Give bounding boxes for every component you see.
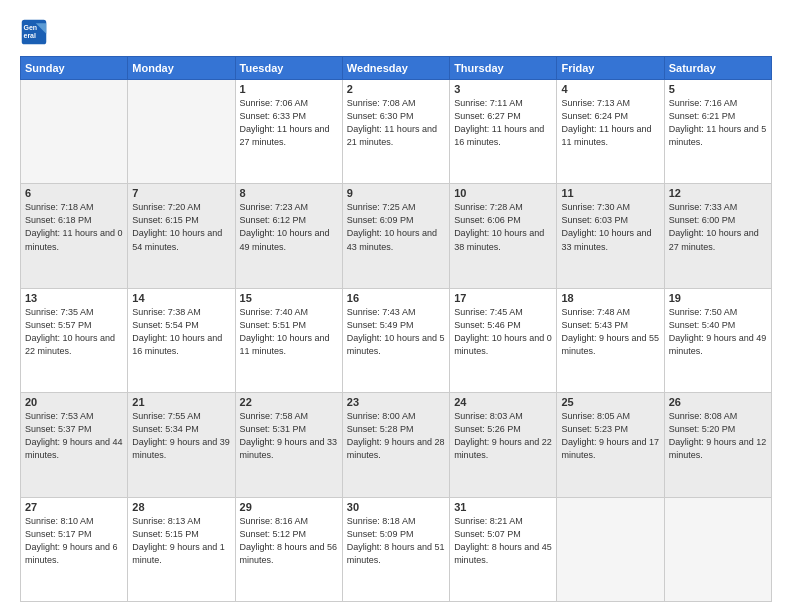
day-info: Sunrise: 7:08 AMSunset: 6:30 PMDaylight:…	[347, 97, 445, 149]
day-info: Sunrise: 8:10 AMSunset: 5:17 PMDaylight:…	[25, 515, 123, 567]
calendar-week-row: 1Sunrise: 7:06 AMSunset: 6:33 PMDaylight…	[21, 80, 772, 184]
calendar-cell: 16Sunrise: 7:43 AMSunset: 5:49 PMDayligh…	[342, 288, 449, 392]
calendar-cell: 29Sunrise: 8:16 AMSunset: 5:12 PMDayligh…	[235, 497, 342, 601]
day-number: 4	[561, 83, 659, 95]
calendar-cell: 6Sunrise: 7:18 AMSunset: 6:18 PMDaylight…	[21, 184, 128, 288]
day-number: 12	[669, 187, 767, 199]
day-info: Sunrise: 7:58 AMSunset: 5:31 PMDaylight:…	[240, 410, 338, 462]
day-header-wednesday: Wednesday	[342, 57, 449, 80]
day-info: Sunrise: 8:18 AMSunset: 5:09 PMDaylight:…	[347, 515, 445, 567]
day-header-friday: Friday	[557, 57, 664, 80]
calendar-cell: 8Sunrise: 7:23 AMSunset: 6:12 PMDaylight…	[235, 184, 342, 288]
day-number: 7	[132, 187, 230, 199]
calendar-week-row: 13Sunrise: 7:35 AMSunset: 5:57 PMDayligh…	[21, 288, 772, 392]
svg-text:Gen: Gen	[24, 24, 38, 31]
day-info: Sunrise: 7:13 AMSunset: 6:24 PMDaylight:…	[561, 97, 659, 149]
day-number: 27	[25, 501, 123, 513]
day-header-saturday: Saturday	[664, 57, 771, 80]
day-header-monday: Monday	[128, 57, 235, 80]
calendar-cell: 21Sunrise: 7:55 AMSunset: 5:34 PMDayligh…	[128, 393, 235, 497]
day-number: 9	[347, 187, 445, 199]
day-number: 28	[132, 501, 230, 513]
day-number: 19	[669, 292, 767, 304]
calendar-cell: 2Sunrise: 7:08 AMSunset: 6:30 PMDaylight…	[342, 80, 449, 184]
day-number: 17	[454, 292, 552, 304]
day-number: 29	[240, 501, 338, 513]
logo-icon: Gen eral	[20, 18, 48, 46]
day-number: 31	[454, 501, 552, 513]
day-info: Sunrise: 8:05 AMSunset: 5:23 PMDaylight:…	[561, 410, 659, 462]
header: Gen eral	[20, 18, 772, 46]
day-info: Sunrise: 7:55 AMSunset: 5:34 PMDaylight:…	[132, 410, 230, 462]
day-info: Sunrise: 7:25 AMSunset: 6:09 PMDaylight:…	[347, 201, 445, 253]
day-number: 1	[240, 83, 338, 95]
day-info: Sunrise: 7:35 AMSunset: 5:57 PMDaylight:…	[25, 306, 123, 358]
day-number: 2	[347, 83, 445, 95]
day-info: Sunrise: 7:30 AMSunset: 6:03 PMDaylight:…	[561, 201, 659, 253]
day-number: 15	[240, 292, 338, 304]
calendar-cell: 24Sunrise: 8:03 AMSunset: 5:26 PMDayligh…	[450, 393, 557, 497]
calendar-cell: 28Sunrise: 8:13 AMSunset: 5:15 PMDayligh…	[128, 497, 235, 601]
calendar-cell: 7Sunrise: 7:20 AMSunset: 6:15 PMDaylight…	[128, 184, 235, 288]
calendar-cell: 20Sunrise: 7:53 AMSunset: 5:37 PMDayligh…	[21, 393, 128, 497]
day-number: 26	[669, 396, 767, 408]
calendar-cell: 9Sunrise: 7:25 AMSunset: 6:09 PMDaylight…	[342, 184, 449, 288]
day-info: Sunrise: 8:13 AMSunset: 5:15 PMDaylight:…	[132, 515, 230, 567]
day-info: Sunrise: 7:38 AMSunset: 5:54 PMDaylight:…	[132, 306, 230, 358]
day-info: Sunrise: 7:16 AMSunset: 6:21 PMDaylight:…	[669, 97, 767, 149]
day-info: Sunrise: 7:40 AMSunset: 5:51 PMDaylight:…	[240, 306, 338, 358]
day-info: Sunrise: 8:08 AMSunset: 5:20 PMDaylight:…	[669, 410, 767, 462]
day-number: 23	[347, 396, 445, 408]
calendar-cell: 26Sunrise: 8:08 AMSunset: 5:20 PMDayligh…	[664, 393, 771, 497]
day-info: Sunrise: 7:45 AMSunset: 5:46 PMDaylight:…	[454, 306, 552, 358]
day-info: Sunrise: 7:18 AMSunset: 6:18 PMDaylight:…	[25, 201, 123, 253]
day-info: Sunrise: 7:48 AMSunset: 5:43 PMDaylight:…	[561, 306, 659, 358]
calendar-cell: 11Sunrise: 7:30 AMSunset: 6:03 PMDayligh…	[557, 184, 664, 288]
day-header-thursday: Thursday	[450, 57, 557, 80]
day-info: Sunrise: 7:06 AMSunset: 6:33 PMDaylight:…	[240, 97, 338, 149]
day-number: 6	[25, 187, 123, 199]
day-number: 10	[454, 187, 552, 199]
calendar-week-row: 6Sunrise: 7:18 AMSunset: 6:18 PMDaylight…	[21, 184, 772, 288]
day-info: Sunrise: 7:20 AMSunset: 6:15 PMDaylight:…	[132, 201, 230, 253]
calendar-cell: 3Sunrise: 7:11 AMSunset: 6:27 PMDaylight…	[450, 80, 557, 184]
day-info: Sunrise: 8:00 AMSunset: 5:28 PMDaylight:…	[347, 410, 445, 462]
calendar-cell: 23Sunrise: 8:00 AMSunset: 5:28 PMDayligh…	[342, 393, 449, 497]
calendar-table: SundayMondayTuesdayWednesdayThursdayFrid…	[20, 56, 772, 602]
calendar-cell: 14Sunrise: 7:38 AMSunset: 5:54 PMDayligh…	[128, 288, 235, 392]
day-info: Sunrise: 7:50 AMSunset: 5:40 PMDaylight:…	[669, 306, 767, 358]
day-number: 20	[25, 396, 123, 408]
day-number: 21	[132, 396, 230, 408]
calendar-cell: 5Sunrise: 7:16 AMSunset: 6:21 PMDaylight…	[664, 80, 771, 184]
day-info: Sunrise: 7:23 AMSunset: 6:12 PMDaylight:…	[240, 201, 338, 253]
calendar-week-row: 20Sunrise: 7:53 AMSunset: 5:37 PMDayligh…	[21, 393, 772, 497]
calendar-cell: 27Sunrise: 8:10 AMSunset: 5:17 PMDayligh…	[21, 497, 128, 601]
calendar-cell	[664, 497, 771, 601]
logo: Gen eral	[20, 18, 52, 46]
day-header-sunday: Sunday	[21, 57, 128, 80]
day-info: Sunrise: 7:53 AMSunset: 5:37 PMDaylight:…	[25, 410, 123, 462]
calendar-cell: 18Sunrise: 7:48 AMSunset: 5:43 PMDayligh…	[557, 288, 664, 392]
day-info: Sunrise: 7:28 AMSunset: 6:06 PMDaylight:…	[454, 201, 552, 253]
calendar-cell: 22Sunrise: 7:58 AMSunset: 5:31 PMDayligh…	[235, 393, 342, 497]
calendar-cell: 19Sunrise: 7:50 AMSunset: 5:40 PMDayligh…	[664, 288, 771, 392]
calendar-cell	[128, 80, 235, 184]
calendar-cell	[557, 497, 664, 601]
calendar-cell: 1Sunrise: 7:06 AMSunset: 6:33 PMDaylight…	[235, 80, 342, 184]
calendar-cell: 17Sunrise: 7:45 AMSunset: 5:46 PMDayligh…	[450, 288, 557, 392]
day-number: 5	[669, 83, 767, 95]
calendar-cell: 15Sunrise: 7:40 AMSunset: 5:51 PMDayligh…	[235, 288, 342, 392]
day-number: 30	[347, 501, 445, 513]
calendar-cell: 12Sunrise: 7:33 AMSunset: 6:00 PMDayligh…	[664, 184, 771, 288]
day-info: Sunrise: 7:43 AMSunset: 5:49 PMDaylight:…	[347, 306, 445, 358]
day-number: 25	[561, 396, 659, 408]
calendar-header-row: SundayMondayTuesdayWednesdayThursdayFrid…	[21, 57, 772, 80]
calendar-cell: 25Sunrise: 8:05 AMSunset: 5:23 PMDayligh…	[557, 393, 664, 497]
calendar-cell: 30Sunrise: 8:18 AMSunset: 5:09 PMDayligh…	[342, 497, 449, 601]
day-number: 18	[561, 292, 659, 304]
day-info: Sunrise: 8:03 AMSunset: 5:26 PMDaylight:…	[454, 410, 552, 462]
svg-text:eral: eral	[24, 32, 37, 39]
day-info: Sunrise: 7:33 AMSunset: 6:00 PMDaylight:…	[669, 201, 767, 253]
day-number: 8	[240, 187, 338, 199]
day-number: 22	[240, 396, 338, 408]
